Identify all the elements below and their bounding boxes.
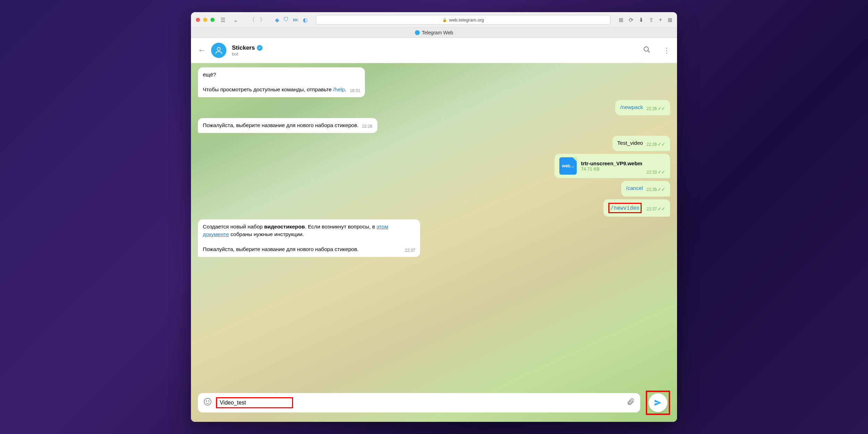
- maximize-window[interactable]: [210, 18, 215, 22]
- chat-header: ← Stickers ✓ bot ⋮: [191, 38, 677, 63]
- tab-title[interactable]: Telegram Web: [422, 30, 453, 35]
- shield-icon[interactable]: ⛉: [283, 17, 289, 23]
- svg-point-3: [204, 398, 211, 405]
- svg-point-4: [206, 401, 207, 401]
- attach-icon[interactable]: [626, 398, 635, 408]
- verified-badge: ✓: [257, 45, 262, 51]
- message-incoming[interactable]: Создается новый набор видеостикеров. Есл…: [198, 219, 420, 257]
- chat-body: ещё? Чтобы просмотреть доступные команды…: [191, 63, 677, 422]
- highlight-box: /newvideo: [608, 203, 642, 214]
- read-ticks: ✓✓: [658, 206, 665, 211]
- reload-icon[interactable]: ⟳: [629, 17, 633, 23]
- cancel-command[interactable]: /cancel: [626, 185, 643, 191]
- read-ticks: ✓✓: [658, 187, 665, 192]
- svg-point-1: [644, 47, 649, 51]
- svg-point-5: [209, 401, 209, 401]
- send-button[interactable]: [649, 393, 667, 412]
- read-ticks: ✓✓: [658, 106, 665, 111]
- message-outgoing[interactable]: Test_video 22:26✓✓: [612, 136, 670, 151]
- message-file[interactable]: web… trtr-unscreen_VP9.webm 74.71 KB 22:…: [554, 154, 670, 178]
- moon-icon[interactable]: ◐: [303, 17, 308, 23]
- help-command[interactable]: /help: [333, 86, 345, 92]
- read-ticks: ✓✓: [658, 142, 665, 147]
- skip-icon[interactable]: ⏭: [293, 17, 299, 23]
- message-time: 22:37✓✓: [646, 206, 665, 212]
- tabs-overview-icon[interactable]: ⊞: [668, 17, 672, 23]
- chat-avatar[interactable]: [211, 43, 226, 58]
- read-ticks: ✓✓: [658, 169, 665, 175]
- extensions: ◆ ⛉ ⏭ ◐: [275, 17, 308, 23]
- address-bar[interactable]: 🔒 web.telegram.org: [316, 15, 610, 25]
- nav-forward[interactable]: 〉: [258, 16, 267, 24]
- telegram-icon: [415, 30, 420, 35]
- emoji-icon[interactable]: [203, 398, 212, 408]
- window-controls: [196, 18, 215, 22]
- highlight-box: [646, 391, 670, 415]
- newvideo-command[interactable]: /newvideo: [610, 205, 640, 211]
- message-time: 22:37: [405, 248, 415, 253]
- back-button[interactable]: ←: [198, 46, 206, 55]
- tab-dropdown[interactable]: ⌄: [231, 16, 240, 24]
- reader-icon[interactable]: ⊞: [619, 17, 623, 23]
- share-icon[interactable]: ⇧: [649, 17, 653, 23]
- message-input[interactable]: [218, 398, 291, 407]
- file-name: trtr-unscreen_VP9.webm: [581, 160, 642, 166]
- chat-subtitle: bot: [232, 51, 262, 57]
- nav-back[interactable]: 〈: [248, 16, 256, 24]
- tab-strip: Telegram Web: [191, 28, 677, 38]
- url-text: web.telegram.org: [449, 17, 484, 23]
- message-outgoing[interactable]: /newpack 22:26✓✓: [615, 100, 670, 115]
- svg-line-2: [648, 50, 650, 52]
- message-time: 22:26✓✓: [646, 106, 665, 112]
- message-time: 22:26✓✓: [646, 141, 665, 148]
- message-time: 22:26: [362, 124, 373, 130]
- diamond-icon[interactable]: ◆: [275, 17, 279, 23]
- newpack-command[interactable]: /newpack: [620, 104, 643, 110]
- download-icon[interactable]: ⬇: [639, 17, 643, 23]
- file-size: 74.71 KB: [581, 166, 642, 172]
- compose-row: [198, 391, 670, 415]
- message-outgoing[interactable]: /newvideo 22:37✓✓: [603, 199, 670, 217]
- compose-box: [198, 393, 640, 412]
- message-incoming[interactable]: Пожалуйста, выберите название для нового…: [198, 118, 377, 133]
- lock-icon: 🔒: [442, 18, 447, 22]
- search-icon[interactable]: [643, 46, 651, 55]
- message-time: 16:31: [350, 88, 360, 94]
- message-outgoing[interactable]: /cancel 22:35✓✓: [621, 181, 670, 196]
- minimize-window[interactable]: [203, 18, 207, 22]
- svg-point-0: [217, 47, 220, 50]
- sidebar-toggle[interactable]: ☰: [219, 16, 227, 24]
- message-time: 22:35✓✓: [646, 186, 665, 193]
- close-window[interactable]: [196, 18, 200, 22]
- message-time: 22:33✓✓: [646, 169, 665, 175]
- menu-icon[interactable]: ⋮: [663, 46, 670, 55]
- highlight-box: [216, 397, 293, 408]
- new-tab-icon[interactable]: +: [659, 17, 662, 23]
- file-type-icon: web…: [559, 157, 577, 175]
- message-incoming[interactable]: ещё? Чтобы просмотреть доступные команды…: [198, 67, 365, 97]
- chat-name: Stickers: [232, 44, 255, 51]
- browser-chrome: ☰ ⌄ 〈 〉 ◆ ⛉ ⏭ ◐ 🔒 web.telegram.org ⊞ ⟳ ⬇…: [191, 12, 677, 28]
